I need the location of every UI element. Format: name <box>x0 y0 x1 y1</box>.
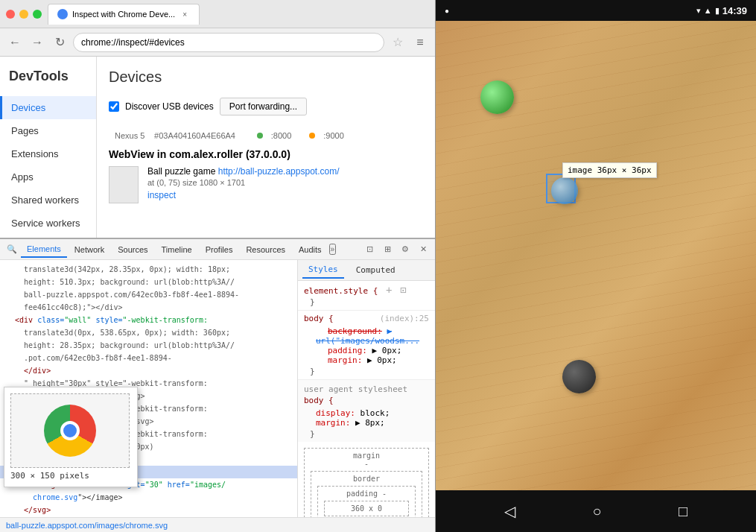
tab-sources[interactable]: Sources <box>112 242 153 257</box>
styles-content-area: element.style { + ⊡ } body { (index):25 <box>298 281 435 517</box>
ball-dark <box>562 360 596 393</box>
status-icons-right: ▾ ▲ ▮ 14:39 <box>696 5 747 16</box>
search-icon-button[interactable]: 🔍 <box>4 242 19 257</box>
home-nav-icon[interactable]: ○ <box>592 503 601 520</box>
battery-icon: ▮ <box>715 6 720 16</box>
devices-title: Devices <box>109 69 423 86</box>
sidebar-item-shared-workers[interactable]: Shared workers <box>0 189 96 212</box>
back-nav-icon[interactable]: ◁ <box>504 502 515 520</box>
sidebar: DevTools Devices Pages Extensions Apps S… <box>0 57 97 238</box>
box-model: margin - border padding - 360 x 0 <box>298 442 435 517</box>
nav-bar: ← → ↻ chrome://inspect/#devices ☆ ≡ <box>0 28 435 57</box>
devtools-top: DevTools Devices Pages Extensions Apps S… <box>0 57 435 238</box>
tab-timeline[interactable]: Timeline <box>156 242 198 257</box>
tab-profiles[interactable]: Profiles <box>200 242 239 257</box>
sidebar-item-extensions[interactable]: Extensions <box>0 142 96 165</box>
device-id: #03A404160A4E66A4 <box>154 131 235 140</box>
close-panel-icon[interactable]: ✕ <box>416 242 431 257</box>
code-line: translate3d(0px, 538.65px, 0px); width: … <box>0 326 297 339</box>
maximize-button[interactable] <box>33 10 42 19</box>
user-agent-section: user agent stylesheet body { display: bl… <box>298 380 435 442</box>
code-line: chrome.svg"></image> <box>0 491 297 504</box>
devtools-icon-buttons: ⊡ ⊞ ⚙ ✕ <box>362 242 431 257</box>
tab-favicon <box>57 9 68 19</box>
inspect-link[interactable]: inspect <box>147 190 176 200</box>
tab-resources[interactable]: Resources <box>240 242 291 257</box>
main-content: Devices Discover USB devices Port forwar… <box>97 57 435 238</box>
address-bar[interactable]: chrome://inspect/#devices <box>73 33 384 52</box>
styles-toolbar: Styles Computed <box>298 260 435 281</box>
sidebar-item-pages[interactable]: Pages <box>0 119 96 142</box>
android-statusbar: ● ▾ ▲ ▮ 14:39 <box>436 0 756 21</box>
port-forwarding-button[interactable]: Port forwarding... <box>220 98 307 115</box>
browser-window: Inspect with Chrome Deve... × ← → ↻ chro… <box>0 0 436 532</box>
forward-button[interactable]: → <box>28 34 46 51</box>
ball-green <box>480 80 514 114</box>
inspect-tooltip: image 36px × 36px <box>562 162 657 178</box>
settings-icon[interactable]: ⚙ <box>398 242 413 257</box>
devtools-toolbar: 🔍 Elements Network Sources Timeline Prof… <box>0 239 435 260</box>
chrome-logo-container <box>10 393 130 468</box>
code-line: <div class="wall" style="-webkit-transfo… <box>0 314 297 326</box>
window-controls <box>6 10 42 19</box>
recents-nav-icon[interactable]: □ <box>679 503 687 520</box>
tab-bar: Inspect with Chrome Deve... × <box>48 4 429 25</box>
sidebar-item-devices[interactable]: Devices <box>0 96 96 119</box>
sidebar-item-apps[interactable]: Apps <box>0 165 96 189</box>
code-line: </div> <box>0 364 297 377</box>
add-style-btn2[interactable]: ⊡ <box>400 284 406 296</box>
android-screen: image 36px × 36px <box>436 21 756 490</box>
code-line: translate3d(342px, 28.35px, 0px); width:… <box>0 263 297 276</box>
ua-display: display: block; <box>316 408 429 418</box>
devtools-panel: 🔍 Elements Network Sources Timeline Prof… <box>0 238 435 532</box>
webview-title: WebView in com.alex.roller (37.0.0.0) <box>109 148 423 160</box>
devtools-title: DevTools <box>0 63 96 96</box>
tab-more[interactable]: » <box>329 244 337 255</box>
ua-selector: body { <box>304 396 429 405</box>
address-text: chrome://inspect/#devices <box>81 37 185 48</box>
style-section-body: body { (index):25 background: ▶ url("ima… <box>298 311 435 380</box>
minimize-button[interactable] <box>19 10 28 19</box>
chrome-logo <box>44 405 96 457</box>
device-ports: :8000 :9000 <box>245 131 344 140</box>
menu-button[interactable]: ≡ <box>411 34 429 51</box>
style-prop-padding: padding: ▶ 0px; <box>316 346 429 355</box>
tab-audits[interactable]: Audits <box>293 242 328 257</box>
sidebar-item-service-workers[interactable]: Service workers <box>0 212 96 235</box>
title-bar: Inspect with Chrome Deve... × <box>0 0 435 28</box>
computed-tab[interactable]: Computed <box>350 262 401 278</box>
tab-elements[interactable]: Elements <box>21 241 67 258</box>
code-panel: translate3d(342px, 28.35px, 0px); width:… <box>0 260 298 517</box>
back-button[interactable]: ← <box>6 34 24 51</box>
status-text: ball-puzzle.appspot.com/images/chrome.sv… <box>6 521 168 530</box>
code-line: height: 510.3px; background: url(blob:ht… <box>0 276 297 288</box>
app-name: Ball puzzle game http://ball-puzzle.apps… <box>147 166 423 177</box>
code-line: height: 28.35px; background: url(blob:ht… <box>0 339 297 352</box>
tab-title: Inspect with Chrome Deve... <box>72 10 175 19</box>
border-label: border <box>314 475 419 483</box>
android-navbar: ◁ ○ □ <box>436 490 756 532</box>
tab-network[interactable]: Network <box>69 242 110 257</box>
style-prop-margin: margin: ▶ 0px; <box>316 355 429 365</box>
box-size: 360 x 0 <box>351 504 382 513</box>
code-line: </svg> <box>0 504 297 516</box>
line-number: (index):25 <box>380 314 429 323</box>
styles-tab[interactable]: Styles <box>302 262 344 279</box>
webview-info: Ball puzzle game http://ball-puzzle.apps… <box>147 166 423 200</box>
tab-close-button[interactable]: × <box>180 9 190 19</box>
code-styles-container: translate3d(342px, 28.35px, 0px); width:… <box>0 260 435 517</box>
layout-icon[interactable]: ⊞ <box>380 242 395 257</box>
console-icon[interactable]: ⊡ <box>362 242 377 257</box>
signal-icon: ▲ <box>704 6 712 15</box>
webview-item: Ball puzzle game http://ball-puzzle.apps… <box>109 166 423 203</box>
app-size: at (0, 75) size 1080 × 1701 <box>147 178 423 187</box>
style-prop-background: background: ▶ url("images/woodsm... <box>316 326 429 346</box>
code-line: ball-puzzle.appspot.com/642ec0b3-fb8f-4e… <box>0 288 297 301</box>
add-style-btn[interactable]: + <box>386 284 392 296</box>
refresh-button[interactable]: ↻ <box>51 34 69 51</box>
wood-background: image 36px × 36px <box>436 21 756 490</box>
bookmark-button[interactable]: ☆ <box>389 34 407 51</box>
discover-checkbox[interactable] <box>109 101 119 112</box>
close-button[interactable] <box>6 10 15 19</box>
browser-tab[interactable]: Inspect with Chrome Deve... × <box>48 4 200 25</box>
